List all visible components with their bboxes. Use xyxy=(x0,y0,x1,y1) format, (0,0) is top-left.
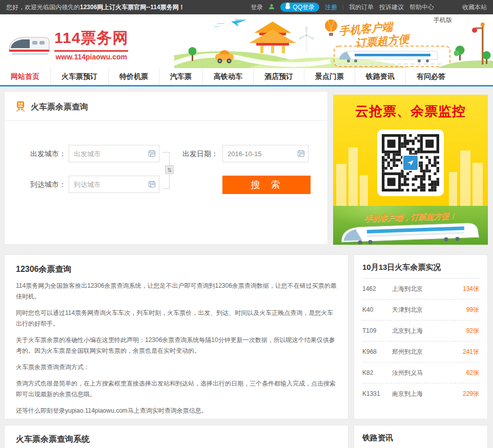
page: 您好，欢迎光临国内领先的12306网上订火车票官网--114票务网！ 登录 QQ… xyxy=(0,0,493,448)
qr-center-logo xyxy=(402,155,419,171)
banner-illustration: 手机客户端 订票超方便 xyxy=(174,14,493,68)
train-route: 上海到北京 xyxy=(392,285,463,293)
train-route: 南京到上海 xyxy=(392,390,463,398)
ticket-row[interactable]: T109 北京到上海 92张 xyxy=(362,321,479,342)
topbar-links: 登录 QQ登录 注册 我的订单 投诉建议 帮助中心 收藏本站 xyxy=(251,3,487,12)
divider xyxy=(5,120,327,121)
ticket-count: 134张 xyxy=(463,285,479,293)
ticket-row[interactable]: K40 天津到北京 99张 xyxy=(362,300,479,321)
nav-item-railway-news[interactable]: 铁路资讯 xyxy=(355,68,406,85)
swap-cities-button[interactable]: ⇅ xyxy=(165,165,174,174)
welcome-text: 您好，欢迎光临国内领先的12306网上订火车票官网--114票务网！ xyxy=(6,3,185,12)
article-paragraph: 火车票余票查询查询方式： xyxy=(16,362,337,373)
train-number: K968 xyxy=(362,348,392,355)
train-route: 汝州到义马 xyxy=(392,369,466,377)
ticket-status-title: 10月13日火车余票实况 xyxy=(362,263,479,279)
nav-item-qa[interactable]: 有问必答 xyxy=(406,68,456,85)
article-paragraph: 114票务网为全国旅客推出12306余票查询系统，让您足不出户即可查询到1230… xyxy=(16,281,337,302)
from-city-input[interactable] xyxy=(69,145,159,162)
topbar: 您好，欢迎光临国内领先的12306网上订火车票官网--114票务网！ 登录 QQ… xyxy=(0,0,493,14)
nav-item-home[interactable]: 网站首页 xyxy=(0,68,51,85)
article-query-system: 火车票余票查询系统 xyxy=(4,425,348,448)
ticket-count: 62张 xyxy=(466,369,479,377)
ticket-count: 241张 xyxy=(463,348,479,356)
depart-date-label: 出发日期： xyxy=(182,145,218,162)
site-logo[interactable]: 114票务网 www.114piaowu.com xyxy=(7,28,128,61)
article-paragraph: 查询方式也很是简单的，在上方搜索框里直接选择出发站和到达站，选择出行的日期，三个… xyxy=(16,378,337,400)
plane-icon xyxy=(231,17,247,28)
ticket-count: 92张 xyxy=(466,327,479,335)
city-silhouette xyxy=(446,142,486,208)
train-number: K40 xyxy=(362,306,392,313)
login-link[interactable]: 登录 xyxy=(251,3,263,12)
article-title: 12306余票查询 xyxy=(16,264,337,275)
ticket-query-panel: 火车票余票查询 出发城市： 出发日期： xyxy=(4,91,328,245)
nav-item-bus-tickets[interactable]: 汽车票 xyxy=(159,68,203,85)
ticket-count: 99张 xyxy=(466,306,479,314)
ticket-count: 229张 xyxy=(463,390,479,398)
train-number: 1462 xyxy=(362,285,392,292)
depart-date-input[interactable] xyxy=(222,145,309,162)
windmill-icon xyxy=(299,27,315,52)
balloon-icon xyxy=(325,19,337,36)
divider xyxy=(343,5,343,10)
nav-item-cheap-flights[interactable]: 特价机票 xyxy=(109,68,159,85)
article-12306: 12306余票查询 114票务网为全国旅客推出12306余票查询系统，让您足不出… xyxy=(4,254,348,419)
ticket-row[interactable]: K968 郑州到北京 241张 xyxy=(362,342,479,362)
header-banner: 手机客户端 订票超方便 xyxy=(174,14,493,68)
query-form: 出发城市： 出发日期： 到达城市： xyxy=(5,141,327,243)
my-orders-link[interactable]: 我的订单 xyxy=(349,3,374,12)
ticket-status-panel: 10月13日火车余票实况 1462 上海到北京 134张 K40 天津到北京 9… xyxy=(354,254,488,419)
qr-code xyxy=(377,130,444,196)
complaints-link[interactable]: 投诉建议 xyxy=(379,3,404,12)
to-city-input[interactable] xyxy=(69,176,159,193)
search-button[interactable]: 搜 索 xyxy=(222,176,311,194)
user-icon xyxy=(269,4,275,11)
qq-penguin-icon xyxy=(285,3,291,12)
help-link[interactable]: 帮助中心 xyxy=(409,3,434,12)
from-city-label: 出发城市： xyxy=(30,145,66,162)
train-icon xyxy=(15,100,26,114)
site-url: www.114piaowu.com xyxy=(54,50,128,61)
pavilion-icon xyxy=(249,22,296,53)
welcome-prefix: 您好，欢迎光临国内领先的 xyxy=(6,4,80,11)
welcome-bold: 12306网上订火车票官网--114票务网！ xyxy=(80,4,185,11)
train-number: T109 xyxy=(362,327,392,334)
nav-item-highspeed-rail[interactable]: 高铁动车 xyxy=(203,68,254,85)
ad-banner[interactable]: 云抢票、余票监控 手机客户端，订票超方便！ xyxy=(333,95,488,245)
train-number: K82 xyxy=(362,369,392,376)
ticket-row[interactable]: K1331 南京到上海 229张 xyxy=(362,383,479,404)
main-nav: 网站首页 火车票预订 特价机票 汽车票 高铁动车 酒店预订 景点门票 铁路资讯 … xyxy=(0,68,493,87)
railway-news-panel: 铁路资讯 xyxy=(354,425,488,448)
nav-item-attractions[interactable]: 景点门票 xyxy=(304,68,355,85)
train-route: 北京到上海 xyxy=(392,327,466,335)
query-title-row: 火车票余票查询 xyxy=(15,100,327,114)
article-paragraph: 还等什么即刻登录yupiao.114piaowu.com马上查询实时查询余票信息… xyxy=(16,406,337,416)
ticket-row[interactable]: K82 汝州到义马 62张 xyxy=(362,362,479,383)
train-logo-icon xyxy=(7,31,51,58)
bottom-left-title: 火车票余票查询系统 xyxy=(16,434,337,445)
bottom-right-title: 铁路资讯 xyxy=(362,433,479,448)
ad-title: 云抢票、余票监控 xyxy=(333,102,488,120)
article-paragraph: 关于火车票余票的准确性小编在这里特此声明：12306余票查询系统每隔10分钟更新… xyxy=(16,335,337,356)
nav-item-train-tickets[interactable]: 火车票预订 xyxy=(51,68,109,85)
lamp-post-icon xyxy=(472,23,485,65)
favorite-link[interactable]: 收藏本站 xyxy=(462,3,487,12)
ad-train-icon xyxy=(338,217,482,245)
train-route: 郑州到北京 xyxy=(392,348,463,356)
logo-text: 114票务网 www.114piaowu.com xyxy=(54,28,128,61)
qq-login-button[interactable]: QQ登录 xyxy=(280,3,319,12)
nav-item-hotel[interactable]: 酒店预订 xyxy=(254,68,304,85)
train-number: K1331 xyxy=(362,390,392,397)
to-city-label: 到达城市： xyxy=(30,176,66,193)
query-title: 火车票余票查询 xyxy=(31,102,88,113)
ticket-row[interactable]: 1462 上海到北京 134张 xyxy=(362,279,479,300)
city-silhouette xyxy=(335,142,375,208)
site-header: 手机版 114票务网 www.114piaowu.com xyxy=(0,14,493,68)
article-paragraph: 同时您也可以通过114票务网查询火车车次，列车时刻，火车票价，出发、到达、时间以… xyxy=(16,308,337,329)
qq-login-label: QQ登录 xyxy=(293,3,315,12)
register-link[interactable]: 注册 xyxy=(325,3,337,12)
swap-icon: ⇅ xyxy=(167,167,172,173)
train-route: 天津到北京 xyxy=(392,306,466,314)
site-name: 114票务网 xyxy=(54,28,128,49)
